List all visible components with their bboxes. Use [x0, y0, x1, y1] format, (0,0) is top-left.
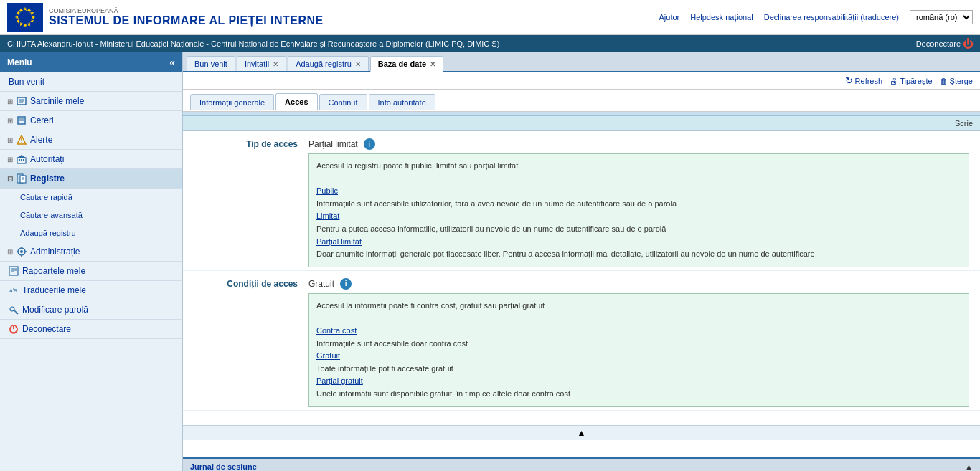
partial-gratuit-link[interactable]: Parțial gratuit [316, 376, 363, 385]
sidebar-item-registre[interactable]: ⊟ Registre [0, 169, 182, 189]
journal-button[interactable]: Jurnal de sesiune [190, 462, 257, 471]
language-select[interactable]: română (ro) [910, 10, 973, 24]
sub-tab-continut[interactable]: Conținut [319, 94, 367, 110]
scroll-up-indicator[interactable]: ▲ [183, 425, 980, 440]
svg-point-44 [10, 307, 14, 311]
conditii-de-acces-value: Gratuit [308, 277, 334, 289]
sarcinile-mele-label: Sarcinile mele [30, 96, 84, 106]
site-title: SISTEMUL DE INFORMARE AL PIEȚEI INTERNE [49, 14, 324, 27]
declinare-link[interactable]: Declinarea responsabilității (traducere) [764, 13, 899, 22]
sidebar-item-rapoartele-mele[interactable]: Rapoartele mele [0, 262, 182, 281]
conditii-de-acces-value-area: Gratuit i [308, 277, 969, 290]
traducerile-mele-label: Traducerile mele [22, 285, 86, 295]
sidebar-item-autoritati[interactable]: ⊞ Autorități [0, 150, 182, 169]
sidebar-item-alerte[interactable]: ⊞ Alerte [0, 130, 182, 150]
gratuit-link[interactable]: Gratuit [316, 351, 340, 360]
svg-point-21 [21, 142, 22, 143]
sub-tab-continut-label: Conținut [329, 98, 358, 107]
power-sidebar-icon [9, 324, 19, 334]
refresh-button[interactable]: ↻ Refresh [845, 75, 883, 86]
tip-tooltip-row: Accesul la registru poate fi public, lim… [194, 150, 969, 267]
cereri-icon [17, 115, 27, 125]
tab-adauga-close[interactable]: ✕ [355, 60, 361, 68]
power-icon: ⏻ [963, 38, 973, 49]
sidebar-item-cautare-avansata[interactable]: Căutare avansată [0, 206, 182, 224]
sidebar-item-adauga-registru[interactable]: Adaugă registru [0, 224, 182, 242]
conditii-spacer [194, 290, 308, 407]
expand-icon-administratie: ⊞ [7, 248, 13, 256]
tab-adauga-registru[interactable]: Adaugă registru ✕ [288, 56, 369, 71]
sub-tab-acces[interactable]: Acces [275, 93, 317, 111]
tasks-icon [17, 96, 27, 106]
journal-expand-icon[interactable]: ▲ [965, 462, 973, 471]
tab-invitatii-close[interactable]: ✕ [273, 60, 278, 68]
sidebar-collapse-button[interactable]: « [169, 57, 175, 68]
limitat-link[interactable]: Limitat [316, 211, 339, 220]
top-header: COMISIA EUROPEANĂ SISTEMUL DE INFORMARE … [0, 0, 980, 35]
contra-cost-link[interactable]: Contra cost [316, 326, 357, 335]
main-layout: Meniu « Bun venit ⊞ Sarcinile mele ⊞ Cer [0, 52, 980, 471]
sidebar-item-sarcinile-mele[interactable]: ⊞ Sarcinile mele [0, 92, 182, 111]
top-nav-links: Ajutor Helpdesk național Declinarea resp… [659, 10, 973, 24]
sidebar-item-cereri[interactable]: ⊞ Cereri [0, 111, 182, 130]
alerte-icon [17, 135, 27, 145]
section-header-row: Scrie [183, 116, 980, 131]
sub-tab-informatii-generale[interactable]: Informații generale [190, 94, 274, 110]
sub-tab-info-autoritate[interactable]: Info autoritate [369, 94, 435, 110]
tab-invitatii-label: Invitații [245, 60, 269, 68]
tip-de-acces-info-icon[interactable]: i [364, 138, 375, 150]
sidebar-header: Meniu « [0, 52, 182, 72]
tab-baza-de-date[interactable]: Baza de date ✕ [370, 56, 443, 72]
public-link[interactable]: Public [316, 186, 338, 195]
tab-baza-close[interactable]: ✕ [430, 60, 435, 68]
content-panel: Scrie Tip de acces Parțial limitat i Acc… [183, 112, 980, 457]
delete-icon: 🗑 [940, 77, 948, 85]
administratie-icon [17, 247, 27, 257]
delete-button[interactable]: 🗑 Șterge [940, 77, 973, 85]
partial-limitat-link[interactable]: Parțial limitat [316, 237, 362, 246]
print-button[interactable]: 🖨 Tipărește [890, 77, 932, 85]
sidebar-item-traducerile-mele[interactable]: A B Traducerile mele [0, 281, 182, 300]
sub-tabs: Informații generale Acces Conținut Info … [183, 90, 980, 112]
disconnect-label: Deconectare [916, 39, 961, 48]
expand-icon-cereri: ⊞ [7, 117, 13, 125]
tip-spacer [194, 150, 308, 267]
alerte-label: Alerte [30, 135, 52, 145]
tab-bun-venit[interactable]: Bun venit [187, 56, 235, 71]
tab-baza-label: Baza de date [378, 60, 426, 68]
refresh-icon: ↻ [845, 75, 853, 86]
cautare-rapida-label: Căutare rapidă [20, 193, 72, 201]
tab-bun-venit-label: Bun venit [194, 60, 227, 68]
helpdesk-link[interactable]: Helpdesk național [690, 13, 753, 22]
adauga-registru-label: Adaugă registru [20, 229, 76, 237]
conditii-tooltip-row: Accesul la informații poate fi contra co… [194, 290, 969, 407]
toolbar: ↻ Refresh 🖨 Tipărește 🗑 Șterge [183, 72, 980, 90]
rapoartele-mele-label: Rapoartele mele [22, 266, 85, 276]
refresh-label: Refresh [855, 77, 883, 85]
svg-rect-25 [23, 159, 24, 161]
key-icon [9, 305, 19, 315]
tip-de-acces-row: Tip de acces Parțial limitat i Accesul l… [183, 131, 980, 271]
conditii-de-acces-row: Condiții de acces Gratuit i Accesul la i… [183, 271, 980, 411]
tip-top: Tip de acces Parțial limitat i [194, 137, 969, 150]
content-area: Bun venit Invitații ✕ Adaugă registru ✕ … [183, 52, 980, 471]
sidebar-item-administratie[interactable]: ⊞ Administrație [0, 242, 182, 262]
sub-tab-acces-label: Acces [285, 97, 308, 106]
bottom-spacer [183, 411, 980, 425]
sidebar: Meniu « Bun venit ⊞ Sarcinile mele ⊞ Cer [0, 52, 183, 471]
sidebar-item-modificare-parola[interactable]: Modificare parolă [0, 300, 182, 320]
ajutor-link[interactable]: Ajutor [659, 13, 679, 22]
cautare-avansata-label: Căutare avansată [20, 211, 83, 219]
sidebar-item-deconectare[interactable]: Deconectare [0, 320, 182, 339]
disconnect-button[interactable]: Deconectare ⏻ [916, 38, 973, 49]
tip-de-acces-value-area: Parțial limitat i [308, 137, 969, 150]
svg-point-32 [20, 250, 23, 253]
eu-logo [7, 3, 43, 32]
sidebar-item-bun-venit[interactable]: Bun venit [0, 72, 182, 92]
deconectare-sidebar-label: Deconectare [22, 324, 71, 334]
tip-de-acces-value: Parțial limitat [308, 137, 358, 149]
conditii-de-acces-info-icon[interactable]: i [340, 278, 352, 290]
administratie-label: Administrație [30, 247, 80, 257]
tab-invitatii[interactable]: Invitații ✕ [237, 56, 286, 71]
sidebar-item-cautare-rapida[interactable]: Căutare rapidă [0, 189, 182, 206]
